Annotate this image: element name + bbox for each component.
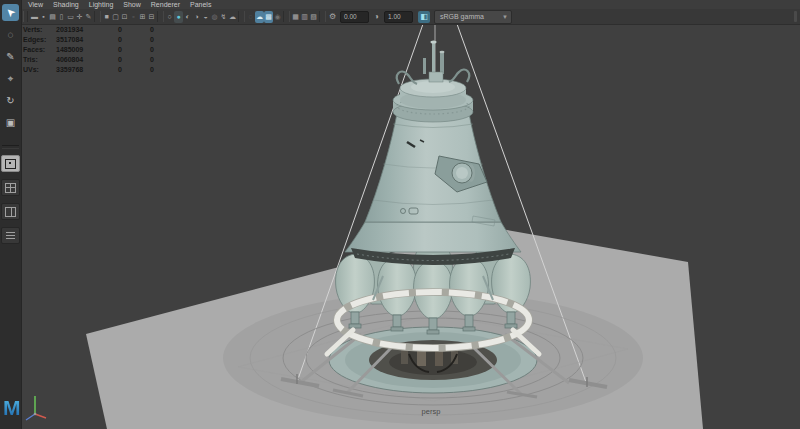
flat-shade-all-icon[interactable]: ⊡ [120, 11, 129, 23]
hud-value: 3517084 [56, 35, 118, 45]
menu-view[interactable]: View [28, 0, 43, 9]
four-pane-layout-button[interactable] [1, 179, 20, 196]
contrast-field[interactable]: 1.00 [384, 11, 413, 23]
tool-box-tools: ➤◌✎⌖↻▣ [0, 4, 21, 131]
split-pane-layout-button[interactable] [1, 203, 20, 220]
hud-col2: 0 [150, 45, 170, 55]
paint-select-tool-button[interactable]: ✎ [2, 48, 19, 65]
lasso-select-tool-button[interactable]: ◌ [2, 26, 19, 43]
menu-renderer[interactable]: Renderer [151, 0, 180, 9]
wireframe-on-shaded-icon[interactable]: ○ [165, 11, 174, 23]
toolbar-divider [283, 11, 290, 22]
rocket-body [345, 41, 521, 266]
exposure-field[interactable]: 0.00 [340, 11, 369, 23]
tank-nozzle-lip [505, 324, 517, 328]
smooth-shade-active-icon[interactable]: ● [174, 11, 183, 23]
menu-shading[interactable]: Shading [53, 0, 79, 9]
toolbar-endcap [794, 11, 797, 22]
resolution-gate-icon[interactable]: ▧ [309, 11, 318, 23]
smooth-shade-all-icon[interactable]: ▢ [111, 11, 120, 23]
depth-of-field-icon[interactable]: ◉ [273, 11, 282, 23]
hud-row-edges: Edges:351708400 [23, 35, 170, 45]
camera-attributes-icon[interactable]: ▤ [48, 11, 57, 23]
hud-col2: 0 [150, 55, 170, 65]
2d-pan-zoom-icon[interactable]: ✛ [75, 11, 84, 23]
viewport-panel[interactable]: Verts:203193400 Edges:351708400 Faces:14… [21, 24, 800, 429]
tank-nozzle [429, 318, 437, 330]
fuel-tank [378, 257, 417, 315]
hud-col1: 0 [118, 45, 150, 55]
tank-nozzle [465, 315, 473, 327]
snapshot-icon[interactable]: ▦ [291, 11, 300, 23]
single-pane-layout-button[interactable] [1, 155, 20, 172]
exposure-gear-icon[interactable]: ⚙ [327, 11, 338, 23]
use-default-material-icon[interactable]: ⊞ [138, 11, 147, 23]
menu-show[interactable]: Show [123, 0, 141, 9]
split-pane-icon [5, 207, 16, 217]
anti-aliasing-icon[interactable]: ▩ [264, 11, 273, 23]
hud-row-verts: Verts:203193400 [23, 25, 170, 35]
maya-logo: M [3, 396, 21, 420]
hud-label: Edges: [23, 35, 56, 45]
toolbar-divider [319, 11, 326, 22]
hud-label: Tris: [23, 55, 56, 65]
rotate-tool-icon: ↻ [6, 96, 14, 106]
rotate-tool-button[interactable]: ↻ [2, 92, 19, 109]
isolate-select-icon[interactable]: ◌ [246, 11, 255, 23]
view-axis-gizmo [26, 396, 46, 420]
two-sided-lighting-icon[interactable]: ↯ [219, 11, 228, 23]
film-gate-icon[interactable]: ▥ [300, 11, 309, 23]
select-tool-button[interactable]: ➤ [2, 4, 19, 21]
contrast-icon[interactable]: ◑ [371, 11, 382, 23]
grease-pencil-icon[interactable]: ✎ [84, 11, 93, 23]
lock-camera-icon[interactable]: ▪ [39, 11, 48, 23]
view-transform-dropdown[interactable]: sRGB gamma ▼ [434, 10, 512, 24]
screen-space-ao-icon[interactable]: ☁ [255, 11, 264, 23]
shadows-icon[interactable]: ◒ [201, 11, 210, 23]
select-tool-icon: ➤ [3, 5, 17, 19]
hud-row-uvs: UVs:335976800 [23, 65, 170, 75]
select-camera-icon[interactable]: ▬ [30, 11, 39, 23]
menu-panels[interactable]: Panels [190, 0, 211, 9]
hud-label: Verts: [23, 25, 56, 35]
hud-value: 1485009 [56, 45, 118, 55]
textured-icon[interactable]: ◐ [183, 11, 192, 23]
outliner-layout-button[interactable] [1, 227, 20, 244]
move-tool-button[interactable]: ⌖ [2, 70, 19, 87]
toolbar-icons: ▬▪▤▯▭✛✎■▢⊡▫⊞⊟○●◐◑◒◍↯☁◌☁▩◉▦▥▧ [30, 11, 327, 23]
panel-toolbar: ▬▪▤▯▭✛✎■▢⊡▫⊞⊟○●◐◑◒◍↯☁◌☁▩◉▦▥▧ ⚙ 0.00 ◑ 1.… [21, 9, 800, 25]
fuel-tank [450, 257, 489, 315]
view-transform-toggle[interactable]: ◧ [418, 11, 430, 23]
tank-nozzle-lip [463, 327, 475, 331]
tank-nozzle-lip [349, 324, 361, 328]
move-tool-icon: ⌖ [8, 74, 14, 84]
layout-shortcuts [0, 155, 21, 244]
tank-nozzle [351, 312, 359, 324]
use-all-lights-icon[interactable]: ◑ [192, 11, 201, 23]
hud-col1: 0 [118, 25, 150, 35]
scale-tool-button[interactable]: ▣ [2, 114, 19, 131]
toolbar-grip [23, 11, 28, 22]
tank-nozzle [507, 312, 515, 324]
bookmarks-icon[interactable]: ▯ [57, 11, 66, 23]
antenna-mast [423, 41, 445, 83]
tool-box-separator [2, 145, 19, 149]
tank-nozzle-lip [427, 330, 439, 334]
viewport-canvas[interactable] [21, 24, 800, 429]
paint-effects-icon[interactable]: ☁ [228, 11, 237, 23]
chevron-down-icon: ▼ [502, 11, 511, 23]
scale-tool-icon: ▣ [6, 118, 15, 128]
wireframe-icon[interactable]: ■ [102, 11, 111, 23]
camera-name-label: persp [396, 407, 466, 416]
maya-window: ➤◌✎⌖↻▣ ViewShadingLightingShowRendererPa… [0, 0, 800, 429]
bounding-box-icon[interactable]: ▫ [129, 11, 138, 23]
hud-col2: 0 [150, 65, 170, 75]
hud-col1: 0 [118, 65, 150, 75]
occlusion-icon[interactable]: ◍ [210, 11, 219, 23]
menu-items: ViewShadingLightingShowRendererPanels [21, 0, 211, 9]
paint-select-tool-icon: ✎ [6, 52, 14, 62]
toolbar-divider [157, 11, 164, 22]
textured-mode-icon[interactable]: ⊟ [147, 11, 156, 23]
image-plane-icon[interactable]: ▭ [66, 11, 75, 23]
menu-lighting[interactable]: Lighting [89, 0, 114, 9]
